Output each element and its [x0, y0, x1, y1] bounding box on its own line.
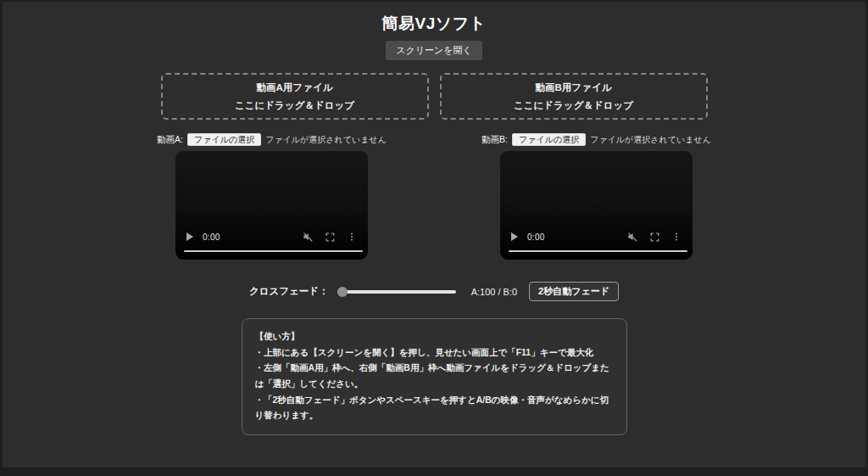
dropzone-video-b[interactable]: 動画B用ファイル ここにドラッグ＆ドロップ: [440, 73, 708, 120]
app-window: 簡易VJソフト スクリーンを開く 動画A用ファイル ここにドラッグ＆ドロップ 動…: [3, 2, 865, 468]
file-status-a: ファイルが選択されていません: [265, 134, 387, 146]
usage-title: 【使い方】: [255, 328, 614, 344]
dropzone-a-line1: 動画A用ファイル: [257, 79, 333, 97]
open-screen-button[interactable]: スクリーンを開く: [386, 41, 482, 60]
page-title: 簡易VJソフト: [3, 2, 865, 35]
auto-fade-button[interactable]: 2秒自動フェード: [529, 282, 619, 301]
video-b-controls: 0:00: [500, 228, 693, 245]
video-a-current-time: 0:00: [203, 232, 220, 242]
video-player-b[interactable]: 0:00: [500, 151, 693, 260]
usage-box: 【使い方】 ・上部にある【スクリーンを開く】を押し、見せたい画面上で「F11」キ…: [242, 318, 627, 435]
dropzone-row: 動画A用ファイル ここにドラッグ＆ドロップ 動画B用ファイル ここにドラッグ＆ド…: [3, 73, 865, 120]
usage-item: ・左側「動画A用」枠へ、右側「動画B用」枠へ動画ファイルをドラッグ＆ドロップまた…: [255, 360, 614, 391]
video-b-seekbar[interactable]: [509, 250, 687, 252]
video-a-seekbar[interactable]: [184, 250, 363, 252]
overflow-menu-icon[interactable]: [347, 232, 357, 242]
crossfade-value-text: A:100 / B:0: [471, 287, 517, 297]
open-screen-row: スクリーンを開く: [3, 41, 865, 60]
usage-item: ・上部にある【スクリーンを開く】を押し、見せたい画面上で「F11」キーで最大化: [255, 344, 614, 361]
file-choose-button-b[interactable]: ファイルの選択: [512, 133, 586, 146]
mute-icon[interactable]: [626, 231, 638, 243]
video-column-b: 動画B: ファイルの選択 ファイルが選択されていません 0:00: [500, 133, 693, 260]
video-a-controls: 0:00: [175, 228, 368, 245]
dropzone-a-line2: ここにドラッグ＆ドロップ: [235, 97, 354, 115]
overflow-menu-icon[interactable]: [671, 232, 682, 242]
dropzone-video-a[interactable]: 動画A用ファイル ここにドラッグ＆ドロップ: [161, 73, 429, 120]
video-b-current-time: 0:00: [527, 232, 545, 242]
video-b-right-controls: [626, 231, 682, 243]
crossfade-label: クロスフェード：: [249, 285, 329, 298]
dropzone-b-line1: 動画B用ファイル: [536, 79, 612, 97]
file-label-a: 動画A:: [157, 134, 183, 146]
usage-item: ・「2秒自動フェード」ボタンやスペースキーを押すとA/Bの映像・音声がなめらかに…: [255, 392, 614, 423]
file-label-b: 動画B:: [481, 134, 508, 146]
video-column-a: 動画A: ファイルの選択 ファイルが選択されていません 0:00: [175, 133, 368, 260]
play-icon[interactable]: [186, 232, 193, 241]
fullscreen-icon[interactable]: [649, 232, 660, 243]
file-status-b: ファイルが選択されていません: [590, 134, 711, 146]
dropzone-b-line2: ここにドラッグ＆ドロップ: [514, 97, 633, 115]
mute-icon[interactable]: [302, 231, 314, 243]
video-row: 動画A: ファイルの選択 ファイルが選択されていません 0:00: [3, 133, 865, 260]
crossfade-row: クロスフェード： A:100 / B:0 2秒自動フェード: [3, 282, 865, 301]
file-input-row-a: 動画A: ファイルの選択 ファイルが選択されていません: [157, 133, 387, 146]
video-player-a[interactable]: 0:00: [175, 151, 368, 260]
play-icon[interactable]: [511, 232, 518, 241]
video-a-right-controls: [302, 231, 357, 243]
crossfade-slider[interactable]: [337, 287, 456, 297]
file-input-row-b: 動画B: ファイルの選択 ファイルが選択されていません: [481, 133, 711, 146]
fullscreen-icon[interactable]: [325, 232, 336, 243]
file-choose-button-a[interactable]: ファイルの選択: [187, 133, 261, 146]
